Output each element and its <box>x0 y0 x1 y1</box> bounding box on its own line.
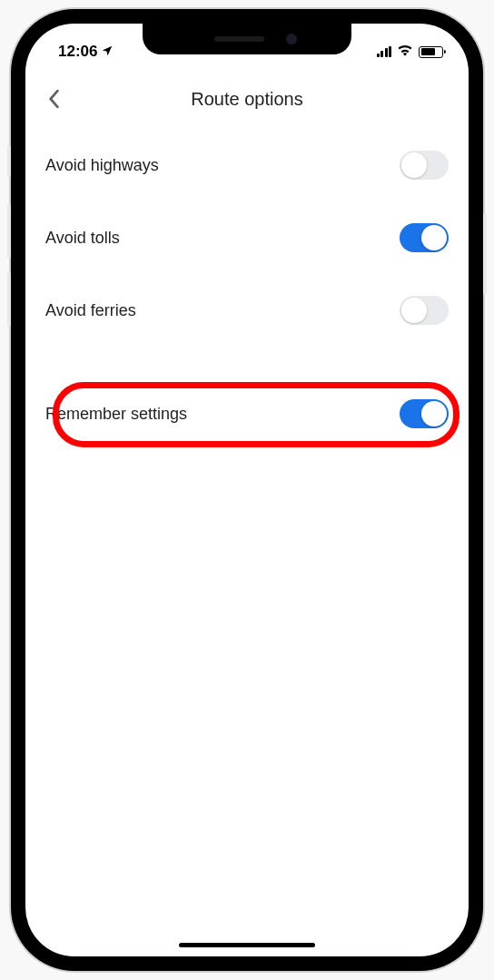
toggle-avoid-ferries[interactable] <box>400 296 449 325</box>
home-indicator[interactable] <box>179 943 315 947</box>
option-avoid-tolls: Avoid tolls <box>45 201 449 274</box>
phone-frame: 12:06 <box>11 9 483 971</box>
option-avoid-ferries: Avoid ferries <box>45 274 449 347</box>
option-label: Remember settings <box>45 405 187 424</box>
status-right <box>377 44 444 60</box>
notch <box>143 24 351 54</box>
option-label: Avoid ferries <box>45 301 136 320</box>
page-title: Route options <box>191 89 302 110</box>
toggle-remember-settings[interactable] <box>400 399 449 428</box>
nav-header: Route options <box>25 67 469 129</box>
wifi-icon <box>397 44 413 60</box>
location-icon <box>101 44 114 60</box>
toggle-knob <box>421 225 447 250</box>
section-gap <box>45 347 449 377</box>
status-time: 12:06 <box>58 43 97 61</box>
side-button <box>7 145 11 177</box>
remember-settings-row: Remember settings <box>45 377 449 450</box>
side-button <box>7 272 11 327</box>
toggle-knob <box>401 298 427 323</box>
option-label: Avoid highways <box>45 156 159 175</box>
side-button <box>483 213 487 295</box>
battery-icon <box>419 46 443 58</box>
front-camera <box>286 34 297 44</box>
option-avoid-highways: Avoid highways <box>45 129 449 201</box>
chevron-left-icon <box>47 89 60 109</box>
options-list: Avoid highways Avoid tolls Avoid ferries <box>25 129 469 450</box>
option-label: Avoid tolls <box>45 229 120 248</box>
screen: 12:06 <box>25 24 469 956</box>
toggle-avoid-tolls[interactable] <box>400 223 449 252</box>
status-left: 12:06 <box>58 43 114 61</box>
cellular-icon <box>377 46 392 57</box>
toggle-knob <box>421 401 447 426</box>
toggle-knob <box>401 152 427 178</box>
side-button <box>7 204 11 259</box>
speaker <box>214 36 264 42</box>
back-button[interactable] <box>42 87 65 111</box>
toggle-avoid-highways[interactable] <box>400 151 449 180</box>
